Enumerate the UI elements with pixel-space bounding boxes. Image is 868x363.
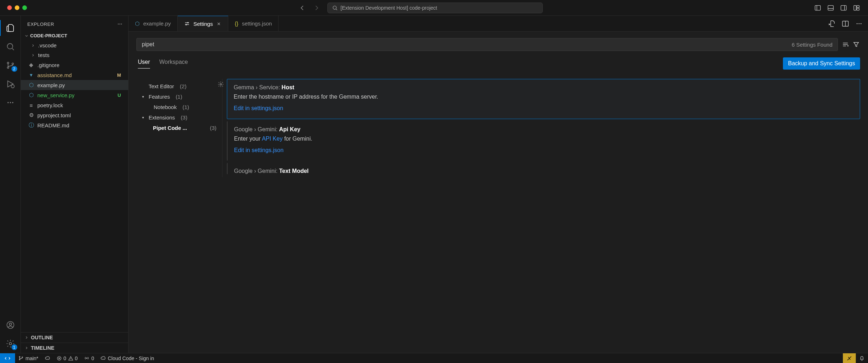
tree-item-label: README.md <box>37 122 69 128</box>
activity-more[interactable] <box>0 93 21 112</box>
svg-point-20 <box>121 24 122 24</box>
command-center[interactable]: [Extension Development Host] code-projec… <box>327 3 543 13</box>
scope-user[interactable]: User <box>138 59 150 69</box>
settings-toc: Text Editor (2) ▾ Features (1) Notebook … <box>136 79 223 177</box>
edit-in-json-link[interactable]: Edit in settings.json <box>234 105 853 112</box>
minimize-window-button[interactable] <box>15 5 19 10</box>
file-readme-md[interactable]: ⓘ README.md <box>21 120 128 130</box>
activity-debug[interactable] <box>0 75 21 93</box>
bell-icon <box>859 355 865 361</box>
branch-name: main* <box>25 355 38 361</box>
svg-point-16 <box>9 323 11 326</box>
file-new-service-py[interactable]: ⬡ new_service.py U <box>21 90 128 100</box>
lock-icon: ≡ <box>28 102 34 108</box>
svg-point-7 <box>7 43 13 49</box>
folder-tests[interactable]: tests <box>21 50 128 60</box>
folder-vscode[interactable]: .vscode <box>21 41 128 50</box>
branch-icon <box>18 355 24 361</box>
setting-crumb: Google › Gemini: <box>234 168 279 174</box>
activity-settings[interactable]: 1 <box>0 334 21 353</box>
search-icon <box>6 42 15 51</box>
edit-in-json-link[interactable]: Edit in settings.json <box>234 147 854 154</box>
svg-point-12 <box>7 102 8 103</box>
radio-status[interactable]: 0 <box>81 355 97 361</box>
sync-status[interactable] <box>42 355 53 361</box>
more-actions-icon[interactable] <box>855 20 863 28</box>
setting-description: Enter your API Key for Gemini. <box>234 136 854 142</box>
chevron-down-icon <box>24 34 29 38</box>
svg-rect-5 <box>857 5 859 8</box>
svg-point-22 <box>186 24 187 25</box>
nav-back-button[interactable] <box>299 4 306 11</box>
toc-features[interactable]: ▾ Features (1) <box>140 91 219 102</box>
file-assistance-md[interactable]: ▾ assistance.md M <box>21 70 128 80</box>
filter-icon[interactable] <box>852 41 860 48</box>
cloud-icon <box>101 355 106 361</box>
sync-settings-button[interactable]: Backup and Sync Settings <box>783 57 860 70</box>
remote-icon <box>4 355 11 362</box>
play-bug-icon <box>6 79 15 89</box>
tab-settings-json[interactable]: {} settings.json <box>228 16 279 31</box>
svg-point-14 <box>12 102 13 103</box>
outline-section[interactable]: OUTLINE <box>21 332 128 343</box>
timeline-label: TIMELINE <box>31 345 54 351</box>
cloud-sync-icon <box>45 355 50 361</box>
activity-scm[interactable]: 2 <box>0 56 21 75</box>
toc-label: Features <box>149 94 170 100</box>
panel-right-icon[interactable] <box>840 4 847 11</box>
toc-label: Text Editor <box>149 83 174 89</box>
problems-status[interactable]: 0 0 <box>53 355 81 361</box>
json-icon: {} <box>235 20 238 27</box>
activity-search[interactable] <box>0 37 21 56</box>
setting-gemini-text-model[interactable]: Google › Gemini: Text Model <box>227 163 860 174</box>
activity-explorer[interactable] <box>0 19 21 37</box>
panel-bottom-icon[interactable] <box>827 4 834 11</box>
timeline-section[interactable]: TIMELINE <box>21 343 128 353</box>
toc-pipet[interactable]: Pipet Code ... (3) <box>140 123 219 133</box>
toc-count: (2) <box>180 83 186 89</box>
file-example-py[interactable]: ⬡ example.py <box>21 80 128 90</box>
file-gitignore[interactable]: ◆ .gitignore <box>21 60 128 70</box>
open-file-icon[interactable] <box>828 20 836 28</box>
python-icon: ⬡ <box>28 92 34 98</box>
settings-search-input[interactable]: pipet 6 Settings Found <box>136 38 838 51</box>
python-icon: ⬡ <box>28 82 34 88</box>
clear-search-icon[interactable] <box>841 41 849 48</box>
panel-left-icon[interactable] <box>814 4 821 11</box>
chevron-right-icon <box>31 53 35 57</box>
setting-gemini-api-key[interactable]: Google › Gemini: Api Key Enter your API … <box>227 121 860 161</box>
file-pyproject-toml[interactable]: ⚙ pyproject.toml <box>21 110 128 120</box>
activity-account[interactable] <box>0 316 21 334</box>
svg-point-8 <box>7 62 9 63</box>
radio-count: 0 <box>91 355 94 361</box>
errors-count: 0 <box>64 355 66 361</box>
tab-example-py[interactable]: ⬡ example.py <box>129 16 178 31</box>
scope-workspace[interactable]: Workspace <box>159 59 188 68</box>
svg-point-18 <box>118 24 118 24</box>
toc-notebook[interactable]: Notebook (1) <box>140 102 219 112</box>
toc-extensions[interactable]: ▾ Extensions (3) <box>140 112 219 123</box>
setting-gemma-host[interactable]: Gemma › Service: Host Enter the hostname… <box>227 79 860 119</box>
notifications-button[interactable] <box>856 355 868 361</box>
remote-indicator[interactable] <box>0 353 15 363</box>
gear-icon[interactable] <box>218 81 224 88</box>
toc-text-editor[interactable]: Text Editor (2) <box>140 81 219 91</box>
maximize-window-button[interactable] <box>22 5 27 10</box>
file-poetry-lock[interactable]: ≡ poetry.lock <box>21 100 128 110</box>
project-root[interactable]: CODE-PROJECT <box>21 31 128 41</box>
api-key-link[interactable]: API Key <box>262 136 283 142</box>
svg-point-26 <box>860 23 862 24</box>
nav-forward-button[interactable] <box>313 4 320 11</box>
cloud-code-status[interactable]: Cloud Code - Sign in <box>97 355 157 361</box>
close-window-button[interactable] <box>7 5 12 10</box>
split-editor-icon[interactable] <box>841 20 849 28</box>
explorer-more-icon[interactable] <box>117 21 123 27</box>
copilot-status[interactable] <box>843 353 856 363</box>
tree-item-label: .vscode <box>38 42 57 48</box>
git-branch-status[interactable]: main* <box>15 355 42 361</box>
tab-close-button[interactable] <box>216 21 221 26</box>
ellipsis-icon <box>6 98 15 107</box>
svg-rect-6 <box>857 8 859 10</box>
tab-settings[interactable]: Settings <box>178 16 228 31</box>
layout-icon[interactable] <box>853 4 860 11</box>
